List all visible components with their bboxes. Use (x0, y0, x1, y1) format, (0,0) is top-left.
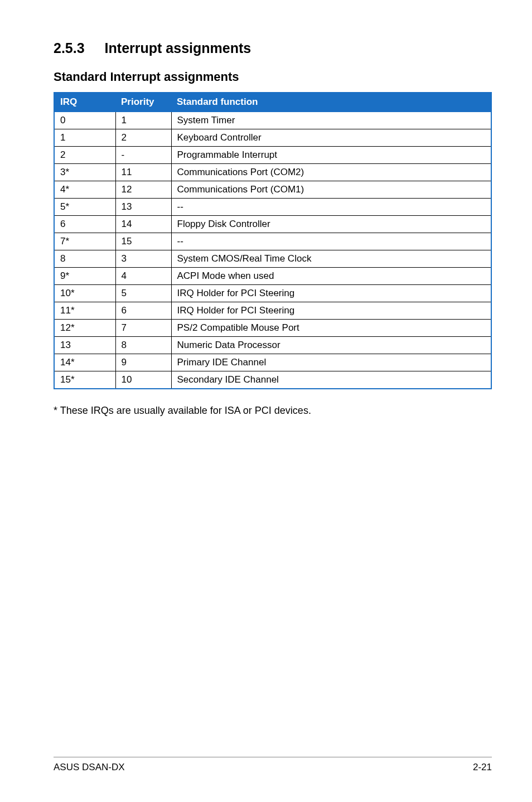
cell-priority: 4 (115, 268, 171, 285)
sub-heading: Standard Interrupt assignments (54, 70, 492, 84)
table-row: 10* 5 IRQ Holder for PCI Steering (54, 285, 491, 302)
table-row: 5* 13 -- (54, 199, 491, 216)
cell-function: PS/2 Compatible Mouse Port (171, 320, 491, 337)
cell-irq: 11* (54, 302, 115, 320)
cell-priority: 3 (115, 250, 171, 268)
section-number: 2.5.3 (54, 40, 85, 56)
cell-priority: 5 (115, 285, 171, 302)
cell-priority: 8 (115, 337, 171, 354)
cell-function: -- (171, 233, 491, 250)
table-row: 11* 6 IRQ Holder for PCI Steering (54, 302, 491, 320)
table-row: 0 1 System Timer (54, 112, 491, 129)
cell-priority: 14 (115, 216, 171, 233)
table-row: 7* 15 -- (54, 233, 491, 250)
cell-function: Numeric Data Processor (171, 337, 491, 354)
cell-irq: 5* (54, 199, 115, 216)
page-footer: ASUS DSAN-DX 2-21 (54, 757, 492, 773)
cell-irq: 12* (54, 320, 115, 337)
cell-irq: 13 (54, 337, 115, 354)
cell-irq: 15* (54, 371, 115, 389)
table-row: 2 - Programmable Interrupt (54, 147, 491, 164)
table-row: 9* 4 ACPI Mode when used (54, 268, 491, 285)
cell-priority: 7 (115, 320, 171, 337)
cell-priority: 10 (115, 371, 171, 389)
cell-priority: - (115, 147, 171, 164)
cell-irq: 14* (54, 354, 115, 371)
cell-irq: 10* (54, 285, 115, 302)
cell-function: Keyboard Controller (171, 129, 491, 147)
cell-irq: 3* (54, 164, 115, 181)
col-header-priority: Priority (115, 93, 171, 112)
table-row: 6 14 Floppy Disk Controller (54, 216, 491, 233)
cell-irq: 9* (54, 268, 115, 285)
cell-function: -- (171, 199, 491, 216)
cell-function: Secondary IDE Channel (171, 371, 491, 389)
section-heading: 2.5.3Interrupt assignments (54, 40, 492, 56)
cell-function: Programmable Interrupt (171, 147, 491, 164)
cell-priority: 2 (115, 129, 171, 147)
cell-irq: 6 (54, 216, 115, 233)
cell-function: ACPI Mode when used (171, 268, 491, 285)
cell-priority: 13 (115, 199, 171, 216)
cell-priority: 6 (115, 302, 171, 320)
table-row: 3* 11 Communications Port (COM2) (54, 164, 491, 181)
irq-table: IRQ Priority Standard function 0 1 Syste… (54, 92, 492, 389)
cell-priority: 15 (115, 233, 171, 250)
cell-irq: 2 (54, 147, 115, 164)
table-row: 14* 9 Primary IDE Channel (54, 354, 491, 371)
cell-priority: 11 (115, 164, 171, 181)
page-content: 2.5.3Interrupt assignments Standard Inte… (54, 40, 492, 743)
cell-irq: 1 (54, 129, 115, 147)
footer-right: 2-21 (473, 762, 492, 773)
col-header-function: Standard function (171, 93, 491, 112)
cell-irq: 4* (54, 181, 115, 199)
cell-irq: 8 (54, 250, 115, 268)
table-row: 15* 10 Secondary IDE Channel (54, 371, 491, 389)
table-row: 8 3 System CMOS/Real Time Clock (54, 250, 491, 268)
col-header-irq: IRQ (54, 93, 115, 112)
table-header-row: IRQ Priority Standard function (54, 93, 491, 112)
table-row: 4* 12 Communications Port (COM1) (54, 181, 491, 199)
cell-function: System CMOS/Real Time Clock (171, 250, 491, 268)
cell-function: System Timer (171, 112, 491, 129)
cell-irq: 0 (54, 112, 115, 129)
cell-irq: 7* (54, 233, 115, 250)
table-row: 12* 7 PS/2 Compatible Mouse Port (54, 320, 491, 337)
section-title-text: Interrupt assignments (105, 40, 252, 56)
cell-priority: 9 (115, 354, 171, 371)
cell-priority: 12 (115, 181, 171, 199)
cell-function: Floppy Disk Controller (171, 216, 491, 233)
cell-function: IRQ Holder for PCI Steering (171, 302, 491, 320)
table-row: 1 2 Keyboard Controller (54, 129, 491, 147)
cell-function: Communications Port (COM1) (171, 181, 491, 199)
cell-function: IRQ Holder for PCI Steering (171, 285, 491, 302)
table-row: 13 8 Numeric Data Processor (54, 337, 491, 354)
footnote: * These IRQs are usually available for I… (54, 405, 492, 417)
cell-function: Primary IDE Channel (171, 354, 491, 371)
footer-left: ASUS DSAN-DX (54, 762, 125, 773)
cell-priority: 1 (115, 112, 171, 129)
cell-function: Communications Port (COM2) (171, 164, 491, 181)
